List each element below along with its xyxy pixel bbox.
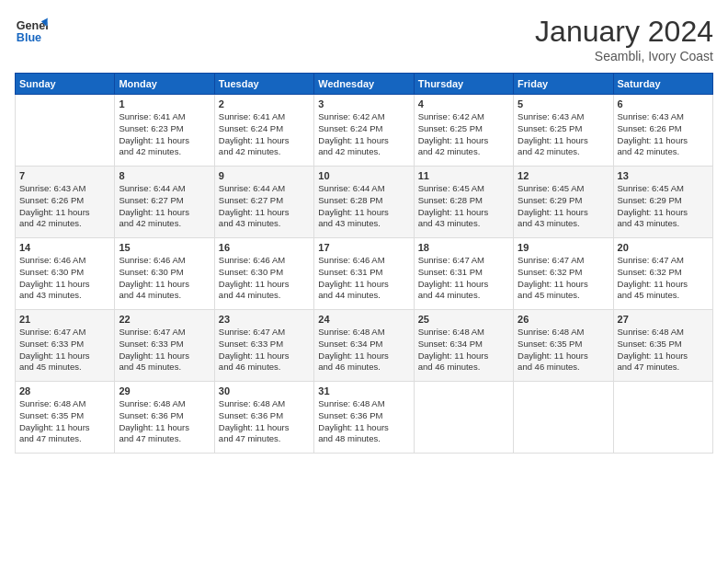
day-info: Sunrise: 6:47 AMSunset: 6:32 PMDaylight:…: [618, 255, 709, 302]
calendar-cell: [414, 382, 513, 454]
logo-icon: General Blue: [15, 15, 48, 48]
calendar-cell: [16, 95, 115, 167]
day-info: Sunrise: 6:46 AMSunset: 6:30 PMDaylight:…: [119, 255, 210, 302]
calendar-cell: 10Sunrise: 6:44 AMSunset: 6:28 PMDayligh…: [314, 167, 414, 238]
day-number: 5: [518, 98, 609, 109]
day-info: Sunrise: 6:45 AMSunset: 6:29 PMDaylight:…: [518, 183, 609, 230]
calendar-cell: 3Sunrise: 6:42 AMSunset: 6:24 PMDaylight…: [314, 95, 414, 167]
calendar-week-1: 7Sunrise: 6:43 AMSunset: 6:26 PMDaylight…: [16, 167, 713, 238]
day-number: 28: [19, 385, 110, 396]
calendar-cell: 14Sunrise: 6:46 AMSunset: 6:30 PMDayligh…: [16, 238, 115, 310]
day-number: 21: [19, 314, 110, 325]
day-info: Sunrise: 6:42 AMSunset: 6:24 PMDaylight:…: [318, 111, 409, 158]
title-block: January 2024 Seambli, Ivory Coast: [535, 15, 713, 63]
col-sunday: Sunday: [16, 74, 115, 95]
subtitle: Seambli, Ivory Coast: [535, 49, 713, 63]
calendar-week-4: 28Sunrise: 6:48 AMSunset: 6:35 PMDayligh…: [16, 382, 713, 454]
calendar-cell: 12Sunrise: 6:45 AMSunset: 6:29 PMDayligh…: [514, 167, 613, 238]
calendar-cell: 7Sunrise: 6:43 AMSunset: 6:26 PMDaylight…: [16, 167, 115, 238]
calendar-cell: 17Sunrise: 6:46 AMSunset: 6:31 PMDayligh…: [314, 238, 414, 310]
calendar-cell: 6Sunrise: 6:43 AMSunset: 6:26 PMDaylight…: [613, 95, 712, 167]
calendar-cell: 4Sunrise: 6:42 AMSunset: 6:25 PMDaylight…: [414, 95, 513, 167]
col-wednesday: Wednesday: [314, 74, 414, 95]
day-number: 26: [518, 314, 609, 325]
page: General Blue January 2024 Seambli, Ivory…: [0, 0, 728, 563]
calendar-cell: 28Sunrise: 6:48 AMSunset: 6:35 PMDayligh…: [16, 382, 115, 454]
day-info: Sunrise: 6:48 AMSunset: 6:35 PMDaylight:…: [19, 398, 110, 445]
calendar-cell: 2Sunrise: 6:41 AMSunset: 6:24 PMDaylight…: [214, 95, 313, 167]
day-number: 24: [318, 314, 409, 325]
col-saturday: Saturday: [613, 74, 712, 95]
day-info: Sunrise: 6:46 AMSunset: 6:30 PMDaylight:…: [219, 255, 310, 302]
calendar-cell: 18Sunrise: 6:47 AMSunset: 6:31 PMDayligh…: [414, 238, 513, 310]
day-number: 23: [219, 314, 310, 325]
day-number: 1: [119, 98, 210, 109]
calendar-cell: 22Sunrise: 6:47 AMSunset: 6:33 PMDayligh…: [115, 310, 214, 382]
header: General Blue January 2024 Seambli, Ivory…: [15, 15, 713, 63]
header-row: Sunday Monday Tuesday Wednesday Thursday…: [16, 74, 713, 95]
calendar-cell: 19Sunrise: 6:47 AMSunset: 6:32 PMDayligh…: [514, 238, 613, 310]
day-info: Sunrise: 6:45 AMSunset: 6:29 PMDaylight:…: [618, 183, 709, 230]
day-info: Sunrise: 6:48 AMSunset: 6:36 PMDaylight:…: [318, 398, 409, 445]
day-info: Sunrise: 6:48 AMSunset: 6:35 PMDaylight:…: [618, 327, 709, 373]
calendar-table: Sunday Monday Tuesday Wednesday Thursday…: [15, 73, 713, 454]
day-number: 19: [518, 242, 609, 253]
day-info: Sunrise: 6:43 AMSunset: 6:25 PMDaylight:…: [518, 111, 609, 158]
calendar-cell: 25Sunrise: 6:48 AMSunset: 6:34 PMDayligh…: [414, 310, 513, 382]
day-number: 2: [219, 98, 310, 109]
calendar-cell: 1Sunrise: 6:41 AMSunset: 6:23 PMDaylight…: [115, 95, 214, 167]
day-number: 7: [19, 170, 110, 181]
calendar-cell: [613, 382, 712, 454]
calendar-cell: 27Sunrise: 6:48 AMSunset: 6:35 PMDayligh…: [613, 310, 712, 382]
col-thursday: Thursday: [414, 74, 513, 95]
day-info: Sunrise: 6:41 AMSunset: 6:23 PMDaylight:…: [119, 111, 210, 158]
calendar-cell: 16Sunrise: 6:46 AMSunset: 6:30 PMDayligh…: [214, 238, 313, 310]
day-number: 12: [518, 170, 609, 181]
day-number: 13: [618, 170, 709, 181]
day-number: 25: [418, 314, 509, 325]
calendar-cell: 30Sunrise: 6:48 AMSunset: 6:36 PMDayligh…: [214, 382, 313, 454]
day-number: 29: [119, 385, 210, 396]
day-info: Sunrise: 6:44 AMSunset: 6:27 PMDaylight:…: [119, 183, 210, 230]
col-friday: Friday: [514, 74, 613, 95]
day-info: Sunrise: 6:46 AMSunset: 6:31 PMDaylight:…: [318, 255, 409, 302]
day-number: 27: [618, 314, 709, 325]
calendar-week-3: 21Sunrise: 6:47 AMSunset: 6:33 PMDayligh…: [16, 310, 713, 382]
calendar-cell: 21Sunrise: 6:47 AMSunset: 6:33 PMDayligh…: [16, 310, 115, 382]
day-info: Sunrise: 6:47 AMSunset: 6:33 PMDaylight:…: [19, 327, 110, 373]
day-info: Sunrise: 6:48 AMSunset: 6:34 PMDaylight:…: [418, 327, 509, 373]
calendar-cell: 8Sunrise: 6:44 AMSunset: 6:27 PMDaylight…: [115, 167, 214, 238]
day-info: Sunrise: 6:48 AMSunset: 6:34 PMDaylight:…: [318, 327, 409, 373]
col-tuesday: Tuesday: [214, 74, 313, 95]
day-info: Sunrise: 6:42 AMSunset: 6:25 PMDaylight:…: [418, 111, 509, 158]
day-number: 18: [418, 242, 509, 253]
day-info: Sunrise: 6:47 AMSunset: 6:33 PMDaylight:…: [119, 327, 210, 373]
col-monday: Monday: [115, 74, 214, 95]
day-info: Sunrise: 6:47 AMSunset: 6:31 PMDaylight:…: [418, 255, 509, 302]
logo: General Blue: [15, 15, 48, 48]
day-number: 22: [119, 314, 210, 325]
calendar-cell: 5Sunrise: 6:43 AMSunset: 6:25 PMDaylight…: [514, 95, 613, 167]
day-info: Sunrise: 6:41 AMSunset: 6:24 PMDaylight:…: [219, 111, 310, 158]
day-number: 6: [618, 98, 709, 109]
day-info: Sunrise: 6:44 AMSunset: 6:27 PMDaylight:…: [219, 183, 310, 230]
day-number: 17: [318, 242, 409, 253]
day-info: Sunrise: 6:47 AMSunset: 6:32 PMDaylight:…: [518, 255, 609, 302]
day-info: Sunrise: 6:48 AMSunset: 6:35 PMDaylight:…: [518, 327, 609, 373]
day-info: Sunrise: 6:48 AMSunset: 6:36 PMDaylight:…: [219, 398, 310, 445]
day-info: Sunrise: 6:44 AMSunset: 6:28 PMDaylight:…: [318, 183, 409, 230]
svg-text:Blue: Blue: [17, 31, 41, 44]
calendar-cell: 11Sunrise: 6:45 AMSunset: 6:28 PMDayligh…: [414, 167, 513, 238]
day-number: 3: [318, 98, 409, 109]
day-info: Sunrise: 6:48 AMSunset: 6:36 PMDaylight:…: [119, 398, 210, 445]
day-number: 16: [219, 242, 310, 253]
day-info: Sunrise: 6:46 AMSunset: 6:30 PMDaylight:…: [19, 255, 110, 302]
day-number: 30: [219, 385, 310, 396]
day-number: 20: [618, 242, 709, 253]
day-number: 15: [119, 242, 210, 253]
calendar-cell: 23Sunrise: 6:47 AMSunset: 6:33 PMDayligh…: [214, 310, 313, 382]
day-number: 10: [318, 170, 409, 181]
calendar-cell: 20Sunrise: 6:47 AMSunset: 6:32 PMDayligh…: [613, 238, 712, 310]
day-number: 14: [19, 242, 110, 253]
day-info: Sunrise: 6:47 AMSunset: 6:33 PMDaylight:…: [219, 327, 310, 373]
